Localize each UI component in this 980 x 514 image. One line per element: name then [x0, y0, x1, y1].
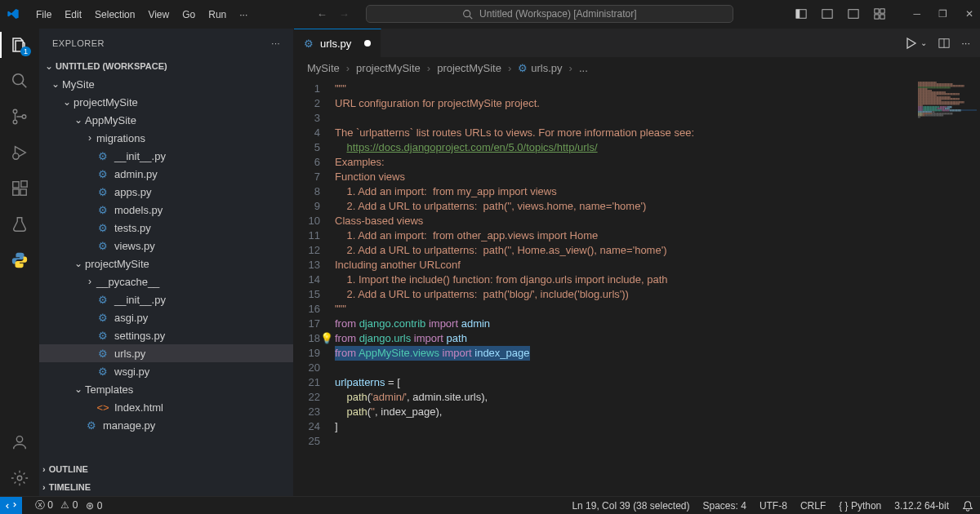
- run-dropdown-icon[interactable]: ⌄: [920, 38, 927, 47]
- extensions-icon[interactable]: [10, 179, 29, 198]
- layout-panel-right-icon[interactable]: [848, 8, 859, 20]
- menu-run[interactable]: Run: [202, 6, 233, 24]
- code-line-14[interactable]: 1. Import the include() function: from d…: [335, 273, 980, 287]
- search-sidebar-icon[interactable]: [10, 71, 29, 91]
- code-line-6[interactable]: Examples:: [335, 155, 980, 170]
- code-line-15[interactable]: 2. Add a URL to urlpatterns: path('blog/…: [335, 287, 980, 302]
- tree-item-wsgi-py[interactable]: ⚙wsgi.py: [39, 362, 293, 380]
- tree-item-apps-py[interactable]: ⚙apps.py: [39, 183, 293, 201]
- tree-item-urls-py[interactable]: ⚙urls.py: [39, 344, 293, 362]
- cursor-position[interactable]: Ln 19, Col 39 (38 selected): [572, 500, 689, 512]
- tree-item-models-py[interactable]: ⚙models.py: [39, 201, 293, 219]
- split-editor-icon[interactable]: [938, 38, 950, 49]
- problems-indicator[interactable]: ⓧ 0 ⚠ 0: [35, 498, 78, 512]
- window-minimize-icon[interactable]: ─: [913, 8, 920, 20]
- timeline-section[interactable]: ›TIMELINE: [39, 478, 293, 496]
- python-env-icon[interactable]: [10, 250, 29, 270]
- breadcrumb-item[interactable]: ...: [579, 62, 588, 74]
- code-line-20[interactable]: [335, 361, 980, 375]
- code-line-8[interactable]: 1. Add an import: from my_app import vie…: [335, 184, 980, 199]
- breadcrumbs[interactable]: MySite›projectMySite›projectMySite›⚙urls…: [294, 57, 980, 78]
- menu-···[interactable]: ···: [233, 6, 254, 24]
- tree-item-appmysite[interactable]: ⌄AppMySite: [39, 111, 293, 129]
- code-line-22[interactable]: path('admin/', admin.site.urls),: [335, 390, 980, 405]
- tab-urls-py[interactable]: ⚙ urls.py: [294, 29, 381, 57]
- source-control-icon[interactable]: [10, 107, 29, 126]
- python-interpreter[interactable]: 3.12.2 64-bit: [894, 500, 949, 512]
- menu-go[interactable]: Go: [176, 6, 202, 24]
- tree-item-index-html[interactable]: <>Index.html: [39, 398, 293, 416]
- customize-layout-icon[interactable]: [874, 8, 885, 20]
- outline-section[interactable]: ›OUTLINE: [39, 460, 293, 478]
- code-line-17[interactable]: from django.contrib import admin: [335, 317, 980, 331]
- code-line-4[interactable]: The `urlpatterns` list routes URLs to vi…: [335, 126, 980, 140]
- code-line-25[interactable]: [335, 434, 980, 449]
- tree-item-projectmysite[interactable]: ⌄projectMySite: [39, 255, 293, 273]
- tree-item-projectmysite[interactable]: ⌄projectMySite: [39, 93, 293, 111]
- code-line-24[interactable]: ]: [335, 419, 980, 434]
- window-maximize-icon[interactable]: ❐: [938, 8, 947, 20]
- tree-item-templates[interactable]: ⌄Templates: [39, 380, 293, 398]
- workspace-root[interactable]: ⌄ UNTITLED (WORKSPACE): [39, 57, 293, 75]
- run-file-icon[interactable]: [904, 37, 917, 50]
- tree-item-mysite[interactable]: ⌄MySite: [39, 75, 293, 93]
- breadcrumb-item[interactable]: MySite: [307, 62, 340, 74]
- code-line-2[interactable]: URL configuration for projectMySite proj…: [335, 96, 980, 111]
- nav-forward-icon[interactable]: →: [339, 8, 350, 20]
- code-line-19[interactable]: from AppMySite.views import index_page: [335, 346, 980, 361]
- breadcrumb-item[interactable]: projectMySite: [356, 62, 421, 74]
- tree-item-tests-py[interactable]: ⚙tests.py: [39, 219, 293, 237]
- accounts-icon[interactable]: [10, 432, 29, 452]
- tree-item-asgi-py[interactable]: ⚙asgi.py: [39, 308, 293, 326]
- layout-panel-bottom-icon[interactable]: [822, 8, 833, 20]
- code-line-3[interactable]: [335, 111, 980, 126]
- tree-item-views-py[interactable]: ⚙views.py: [39, 237, 293, 255]
- code-editor[interactable]: 1234567891011121314151617181920212223242…: [294, 78, 980, 496]
- code-line-11[interactable]: 1. Add an import: from other_app.views i…: [335, 228, 980, 243]
- code-line-1[interactable]: """: [335, 82, 980, 96]
- language-mode[interactable]: { } Python: [839, 500, 881, 512]
- menu-file[interactable]: File: [29, 6, 58, 24]
- window-close-icon[interactable]: ✕: [965, 8, 973, 20]
- remote-indicator[interactable]: [0, 497, 22, 515]
- encoding[interactable]: UTF-8: [760, 500, 787, 512]
- settings-gear-icon[interactable]: [10, 468, 29, 488]
- run-debug-icon[interactable]: [10, 143, 29, 162]
- code-line-18[interactable]: 💡from django.urls import path: [335, 331, 980, 346]
- nav-back-icon[interactable]: ←: [317, 8, 327, 20]
- code-line-23[interactable]: path('', index_page),: [335, 405, 980, 419]
- code-line-7[interactable]: Function views: [335, 170, 980, 184]
- code-content[interactable]: """URL configuration for projectMySite p…: [335, 78, 980, 496]
- eol[interactable]: CRLF: [800, 500, 826, 512]
- code-line-21[interactable]: urlpatterns = [: [335, 375, 980, 390]
- command-center[interactable]: Untitled (Workspace) [Administrator]: [366, 5, 733, 23]
- tree-item-migrations[interactable]: ›migrations: [39, 129, 293, 147]
- code-line-9[interactable]: 2. Add a URL to urlpatterns: path('', vi…: [335, 199, 980, 214]
- editor-more-icon[interactable]: ···: [961, 37, 970, 49]
- layout-panel-left-icon[interactable]: [795, 8, 807, 20]
- menu-edit[interactable]: Edit: [58, 6, 88, 24]
- minimap[interactable]: ████████████████████████████████████████…: [915, 78, 980, 496]
- indentation[interactable]: Spaces: 4: [703, 500, 746, 512]
- sidebar-more-icon[interactable]: ···: [271, 38, 280, 48]
- tree-item---init---py[interactable]: ⚙__init__.py: [39, 147, 293, 165]
- tree-item---pycache--[interactable]: ›__pycache__: [39, 273, 293, 290]
- tree-item---init---py[interactable]: ⚙__init__.py: [39, 290, 293, 308]
- code-line-16[interactable]: """: [335, 302, 980, 317]
- code-line-5[interactable]: https://docs.djangoproject.com/en/5.0/to…: [335, 140, 980, 155]
- ports-indicator[interactable]: ⊛ 0: [86, 500, 102, 512]
- testing-icon[interactable]: [10, 215, 29, 234]
- menu-selection[interactable]: Selection: [88, 6, 141, 24]
- breadcrumb-item[interactable]: ⚙urls.py: [518, 62, 562, 74]
- notifications-icon[interactable]: [962, 500, 973, 512]
- explorer-icon[interactable]: 1: [10, 35, 29, 55]
- code-line-12[interactable]: 2. Add a URL to urlpatterns: path('', Ho…: [335, 243, 980, 258]
- tree-item-manage-py[interactable]: ⚙manage.py: [39, 416, 293, 434]
- code-line-13[interactable]: Including another URLconf: [335, 258, 980, 273]
- breadcrumb-item[interactable]: projectMySite: [437, 62, 501, 74]
- tree-item-settings-py[interactable]: ⚙settings.py: [39, 326, 293, 344]
- tree-item-admin-py[interactable]: ⚙admin.py: [39, 165, 293, 183]
- code-line-10[interactable]: Class-based views: [335, 214, 980, 228]
- menu-view[interactable]: View: [141, 6, 176, 24]
- error-icon: ⓧ: [35, 499, 45, 511]
